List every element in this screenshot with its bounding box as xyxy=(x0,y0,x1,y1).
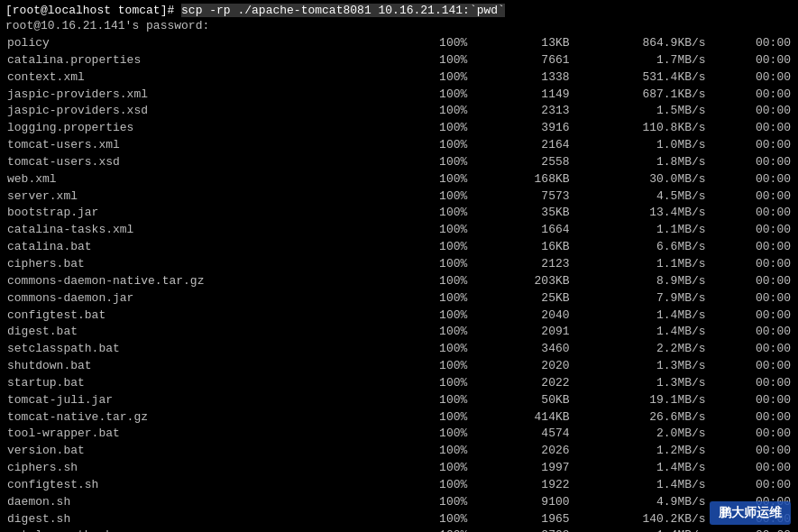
file-name: configtest.sh xyxy=(5,477,384,494)
file-time: 00:00 xyxy=(708,103,793,120)
file-row: tool-wrapper.bat 100% 4574 2.0MB/s 00:00 xyxy=(5,426,793,443)
file-size: 2164 xyxy=(469,137,571,154)
file-time: 00:00 xyxy=(708,69,793,87)
file-name: tomcat-juli.jar xyxy=(5,392,384,409)
file-size: 2026 xyxy=(469,443,571,460)
file-pct: 100% xyxy=(384,511,469,528)
file-speed: 6.6MB/s xyxy=(572,239,708,256)
file-pct: 100% xyxy=(384,375,469,392)
file-speed: 19.1MB/s xyxy=(572,392,708,409)
file-pct: 100% xyxy=(384,460,469,477)
file-name: policy xyxy=(5,35,384,52)
file-pct: 100% xyxy=(384,120,469,137)
file-size: 50KB xyxy=(469,392,571,409)
file-size: 1664 xyxy=(469,222,571,239)
file-name: tool-wrapper.bat xyxy=(5,426,384,443)
file-speed: 7.9MB/s xyxy=(572,290,708,307)
file-speed: 110.8KB/s xyxy=(572,120,708,137)
file-pct: 100% xyxy=(384,239,469,256)
file-row: jaspic-providers.xml 100% 1149 687.1KB/s… xyxy=(5,87,793,104)
file-row: digest.bat 100% 2091 1.4MB/s 00:00 xyxy=(5,324,793,341)
command-line: [root@localhost tomcat]# scp -rp ./apach… xyxy=(5,4,793,17)
file-pct: 100% xyxy=(384,154,469,171)
file-row: configtest.bat 100% 2040 1.4MB/s 00:00 xyxy=(5,307,793,325)
file-row: bootstrap.jar 100% 35KB 13.4MB/s 00:00 xyxy=(5,205,793,222)
file-name: tomcat-users.xsd xyxy=(5,154,384,171)
file-row: logging.properties 100% 3916 110.8KB/s 0… xyxy=(5,120,793,137)
file-size: 2040 xyxy=(469,307,571,325)
file-pct: 100% xyxy=(384,443,469,460)
file-row: context.xml 100% 1338 531.4KB/s 00:00 xyxy=(5,69,793,87)
file-speed: 2.0MB/s xyxy=(572,426,708,443)
file-name: setclasspath.bat xyxy=(5,341,384,358)
file-time: 00:00 xyxy=(708,307,793,325)
file-name: configtest.bat xyxy=(5,307,384,325)
file-time: 00:00 xyxy=(708,35,793,52)
file-size: 7573 xyxy=(469,188,571,206)
file-speed: 1.1MB/s xyxy=(572,222,708,239)
file-speed: 2.2MB/s xyxy=(572,341,708,358)
file-row: tomcat-juli.jar 100% 50KB 19.1MB/s 00:00 xyxy=(5,392,793,409)
file-size: 414KB xyxy=(469,409,571,427)
file-size: 3708 xyxy=(469,527,571,532)
file-row: ciphers.sh 100% 1997 1.4MB/s 00:00 xyxy=(5,460,793,477)
file-size: 9100 xyxy=(469,494,571,511)
file-speed: 531.4KB/s xyxy=(572,69,708,87)
file-time: 00:00 xyxy=(708,205,793,222)
file-size: 2022 xyxy=(469,375,571,392)
file-pct: 100% xyxy=(384,307,469,325)
file-name: shutdown.bat xyxy=(5,358,384,375)
file-pct: 100% xyxy=(384,358,469,375)
file-row: setclasspath.bat 100% 3460 2.2MB/s 00:00 xyxy=(5,341,793,358)
file-time: 00:00 xyxy=(708,137,793,154)
file-time: 00:00 xyxy=(708,239,793,256)
file-speed: 1.4MB/s xyxy=(572,307,708,325)
file-name: logging.properties xyxy=(5,120,384,137)
file-size: 2020 xyxy=(469,358,571,375)
file-speed: 26.6MB/s xyxy=(572,409,708,427)
file-pct: 100% xyxy=(384,222,469,239)
file-size: 1338 xyxy=(469,69,571,87)
file-row: commons-daemon-native.tar.gz 100% 203KB … xyxy=(5,273,793,290)
file-list: policy 100% 13KB 864.9KB/s 00:00 catalin… xyxy=(5,35,793,532)
file-size: 7661 xyxy=(469,52,571,69)
file-speed: 8.9MB/s xyxy=(572,273,708,290)
file-name: version.bat xyxy=(5,443,384,460)
file-size: 16KB xyxy=(469,239,571,256)
file-name: digest.bat xyxy=(5,324,384,341)
file-row: tomcat-users.xml 100% 2164 1.0MB/s 00:00 xyxy=(5,137,793,154)
file-speed: 687.1KB/s xyxy=(572,87,708,104)
file-row: catalina-tasks.xml 100% 1664 1.1MB/s 00:… xyxy=(5,222,793,239)
prompt: [root@localhost tomcat]# xyxy=(5,4,181,17)
file-size: 4574 xyxy=(469,426,571,443)
file-time: 00:00 xyxy=(708,358,793,375)
file-pct: 100% xyxy=(384,290,469,307)
file-name: ciphers.bat xyxy=(5,256,384,273)
file-name: catalina.properties xyxy=(5,52,384,69)
file-row: tomcat-native.tar.gz 100% 414KB 26.6MB/s… xyxy=(5,409,793,427)
file-name: web.xml xyxy=(5,171,384,188)
file-row: server.xml 100% 7573 4.5MB/s 00:00 xyxy=(5,188,793,206)
file-time: 00:00 xyxy=(708,120,793,137)
file-row: daemon.sh 100% 9100 4.9MB/s 00:00 xyxy=(5,494,793,511)
file-speed: 1.8MB/s xyxy=(572,154,708,171)
file-size: 25KB xyxy=(469,290,571,307)
file-speed: 1.3MB/s xyxy=(572,375,708,392)
file-time: 00:00 xyxy=(708,443,793,460)
file-speed: 1.5MB/s xyxy=(572,103,708,120)
file-pct: 100% xyxy=(384,52,469,69)
file-speed: 1.2MB/s xyxy=(572,443,708,460)
file-size: 35KB xyxy=(469,205,571,222)
file-time: 00:00 xyxy=(708,409,793,427)
file-pct: 100% xyxy=(384,341,469,358)
file-row: configtest.sh 100% 1922 1.4MB/s 00:00 xyxy=(5,477,793,494)
file-speed: 864.9KB/s xyxy=(572,35,708,52)
file-size: 203KB xyxy=(469,273,571,290)
file-time: 00:00 xyxy=(708,341,793,358)
file-pct: 100% xyxy=(384,256,469,273)
file-size: 2091 xyxy=(469,324,571,341)
file-size: 168KB xyxy=(469,171,571,188)
file-size: 2558 xyxy=(469,154,571,171)
file-name: commons-daemon-native.tar.gz xyxy=(5,273,384,290)
file-time: 00:00 xyxy=(708,527,793,532)
